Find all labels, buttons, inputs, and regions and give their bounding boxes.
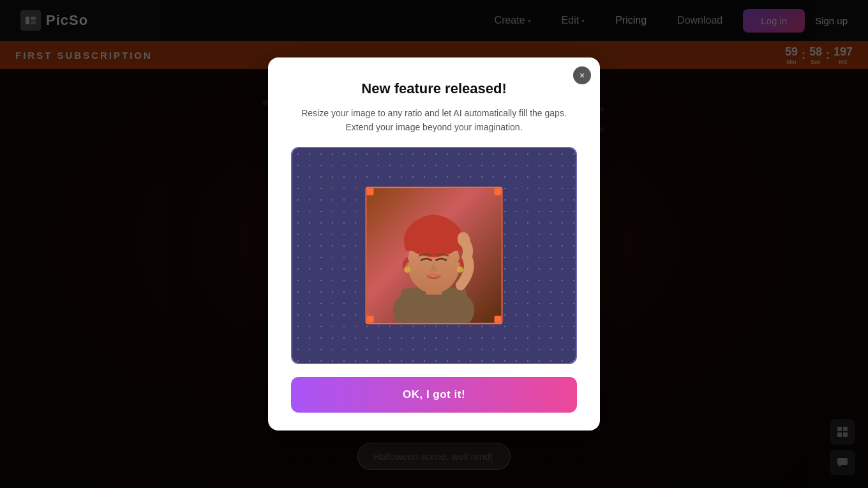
modal-overlay: × New feature released! Resize your imag… xyxy=(0,0,868,488)
svg-point-14 xyxy=(404,267,410,273)
image-frame xyxy=(366,187,503,324)
image-preview-area xyxy=(291,147,577,364)
handle-bottom-right[interactable] xyxy=(495,316,502,324)
handle-top-left[interactable] xyxy=(366,188,374,195)
person-illustration xyxy=(367,188,502,323)
svg-point-15 xyxy=(457,267,463,273)
modal: × New feature released! Resize your imag… xyxy=(268,57,600,431)
modal-close-button[interactable]: × xyxy=(573,66,591,84)
image-frame-inner xyxy=(367,188,502,323)
handle-bottom-left[interactable] xyxy=(366,316,374,324)
handle-right[interactable] xyxy=(502,247,503,264)
handle-top-right[interactable] xyxy=(495,188,502,195)
modal-description: Resize your image to any ratio and let A… xyxy=(291,106,577,135)
ok-button[interactable]: OK, I got it! xyxy=(291,377,577,413)
modal-title: New feature released! xyxy=(291,80,577,97)
handle-left[interactable] xyxy=(366,247,367,264)
